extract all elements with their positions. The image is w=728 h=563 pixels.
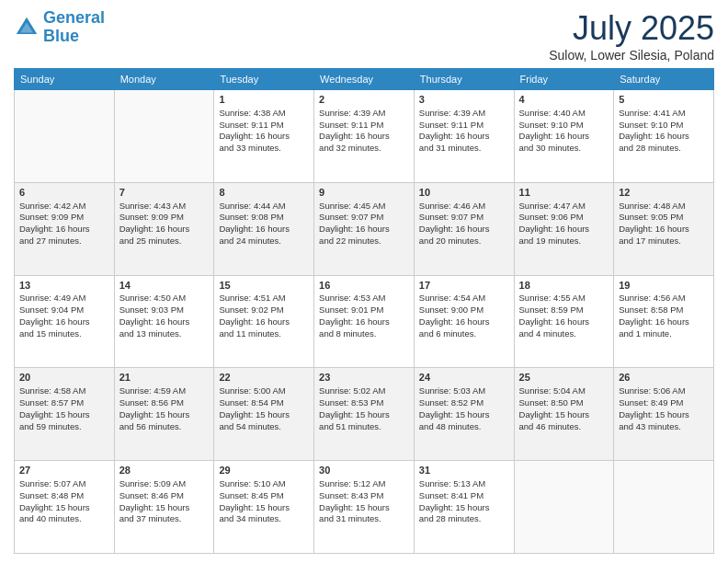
table-row: 3Sunrise: 4:39 AMSunset: 9:11 PMDaylight… xyxy=(414,90,514,183)
table-row: 31Sunrise: 5:13 AMSunset: 8:41 PMDayligh… xyxy=(414,461,514,554)
cell-info: and 43 minutes. xyxy=(619,421,709,433)
day-number: 29 xyxy=(219,464,309,477)
calendar-week-row: 1Sunrise: 4:38 AMSunset: 9:11 PMDaylight… xyxy=(15,90,714,183)
cell-info: and 31 minutes. xyxy=(419,143,509,155)
cell-info: Daylight: 15 hours xyxy=(119,409,210,421)
cell-info: and 37 minutes. xyxy=(119,513,210,525)
day-number: 10 xyxy=(419,186,509,200)
cell-info: Sunset: 9:11 PM xyxy=(419,120,509,132)
table-row: 23Sunrise: 5:02 AMSunset: 8:53 PMDayligh… xyxy=(314,368,415,461)
cell-info: Daylight: 16 hours xyxy=(19,316,109,328)
calendar-table: Sunday Monday Tuesday Wednesday Thursday… xyxy=(14,68,714,554)
cell-info: and 28 minutes. xyxy=(419,513,509,525)
cell-info: and 13 minutes. xyxy=(119,328,210,340)
cell-info: and 46 minutes. xyxy=(519,421,609,433)
cell-info: Daylight: 16 hours xyxy=(419,316,509,328)
day-number: 30 xyxy=(319,464,409,477)
cell-info: Sunset: 8:54 PM xyxy=(219,397,309,409)
cell-info: Sunset: 9:07 PM xyxy=(419,212,509,224)
cell-info: Sunrise: 4:42 AM xyxy=(19,201,109,213)
cell-info: and 32 minutes. xyxy=(319,143,409,155)
cell-info: Sunrise: 4:58 AM xyxy=(19,385,109,397)
cell-info: Daylight: 16 hours xyxy=(419,224,509,236)
cell-info: Sunset: 9:06 PM xyxy=(519,212,609,224)
day-number: 18 xyxy=(519,279,609,293)
table-row xyxy=(114,90,214,183)
cell-info: Daylight: 16 hours xyxy=(319,131,409,143)
col-monday: Monday xyxy=(114,69,214,90)
col-wednesday: Wednesday xyxy=(314,69,415,90)
cell-info: Sunset: 9:11 PM xyxy=(219,120,309,132)
cell-info: Sunset: 8:50 PM xyxy=(519,397,609,409)
cell-info: and 8 minutes. xyxy=(319,328,409,340)
day-number: 28 xyxy=(119,464,210,477)
cell-info: and 24 minutes. xyxy=(219,236,309,247)
cell-info: Sunset: 9:00 PM xyxy=(419,304,509,316)
day-number: 15 xyxy=(219,279,309,293)
table-row: 8Sunrise: 4:44 AMSunset: 9:08 PMDaylight… xyxy=(214,182,314,275)
cell-info: Sunrise: 4:49 AM xyxy=(19,293,109,304)
cell-info: Daylight: 16 hours xyxy=(619,224,709,236)
cell-info: Sunset: 9:02 PM xyxy=(219,304,309,316)
cell-info: and 31 minutes. xyxy=(319,513,409,525)
cell-info: Sunset: 9:09 PM xyxy=(119,212,210,224)
day-number: 12 xyxy=(619,186,709,200)
title-block: July 2025 Sulow, Lower Silesia, Poland xyxy=(549,9,714,63)
day-number: 27 xyxy=(19,464,109,477)
table-row: 11Sunrise: 4:47 AMSunset: 9:06 PMDayligh… xyxy=(514,182,614,275)
cell-info: Sunrise: 5:13 AM xyxy=(419,478,509,490)
cell-info: Daylight: 16 hours xyxy=(219,131,309,143)
logo-text: General Blue xyxy=(43,9,105,46)
cell-info: Sunrise: 4:56 AM xyxy=(619,293,709,304)
logo-icon xyxy=(14,15,40,40)
day-number: 8 xyxy=(219,186,309,200)
cell-info: and 22 minutes. xyxy=(319,236,409,247)
table-row: 27Sunrise: 5:07 AMSunset: 8:48 PMDayligh… xyxy=(15,461,115,554)
cell-info: and 17 minutes. xyxy=(619,236,709,247)
cell-info: Sunset: 9:01 PM xyxy=(319,304,409,316)
col-friday: Friday xyxy=(514,69,614,90)
cell-info: Sunset: 9:03 PM xyxy=(119,304,210,316)
day-number: 17 xyxy=(419,279,509,293)
cell-info: Daylight: 16 hours xyxy=(519,131,609,143)
cell-info: and 34 minutes. xyxy=(219,513,309,525)
day-number: 11 xyxy=(519,186,609,200)
day-number: 16 xyxy=(319,279,409,293)
cell-info: Daylight: 16 hours xyxy=(219,316,309,328)
cell-info: and 33 minutes. xyxy=(219,143,309,155)
cell-info: Daylight: 16 hours xyxy=(319,224,409,236)
day-number: 31 xyxy=(419,464,509,477)
table-row: 18Sunrise: 4:55 AMSunset: 8:59 PMDayligh… xyxy=(514,275,614,368)
cell-info: Sunrise: 5:06 AM xyxy=(619,385,709,397)
cell-info: Daylight: 15 hours xyxy=(219,502,309,514)
main-title: July 2025 xyxy=(549,9,714,48)
day-number: 22 xyxy=(219,371,309,385)
logo: General Blue xyxy=(14,9,105,46)
cell-info: Daylight: 16 hours xyxy=(119,224,210,236)
cell-info: Daylight: 16 hours xyxy=(519,224,609,236)
cell-info: Sunset: 8:53 PM xyxy=(319,397,409,409)
cell-info: Daylight: 15 hours xyxy=(619,409,709,421)
table-row: 10Sunrise: 4:46 AMSunset: 9:07 PMDayligh… xyxy=(414,182,514,275)
calendar-week-row: 27Sunrise: 5:07 AMSunset: 8:48 PMDayligh… xyxy=(15,461,714,554)
cell-info: Sunrise: 4:59 AM xyxy=(119,385,210,397)
cell-info: and 11 minutes. xyxy=(219,328,309,340)
table-row: 6Sunrise: 4:42 AMSunset: 9:09 PMDaylight… xyxy=(15,182,115,275)
cell-info: Sunset: 8:56 PM xyxy=(119,397,210,409)
cell-info: Daylight: 16 hours xyxy=(219,224,309,236)
cell-info: Daylight: 16 hours xyxy=(619,131,709,143)
cell-info: and 4 minutes. xyxy=(519,328,609,340)
day-number: 4 xyxy=(519,93,609,107)
day-number: 25 xyxy=(519,371,609,385)
day-number: 9 xyxy=(319,186,409,200)
cell-info: Daylight: 15 hours xyxy=(219,409,309,421)
day-number: 2 xyxy=(319,93,409,107)
cell-info: Sunset: 9:07 PM xyxy=(319,212,409,224)
cell-info: Sunrise: 4:44 AM xyxy=(219,201,309,213)
cell-info: Sunset: 9:05 PM xyxy=(619,212,709,224)
cell-info: Sunset: 8:45 PM xyxy=(219,490,309,502)
cell-info: Daylight: 15 hours xyxy=(19,409,109,421)
header: General Blue July 2025 Sulow, Lower Sile… xyxy=(14,9,714,63)
table-row xyxy=(514,461,614,554)
cell-info: Sunset: 8:41 PM xyxy=(419,490,509,502)
